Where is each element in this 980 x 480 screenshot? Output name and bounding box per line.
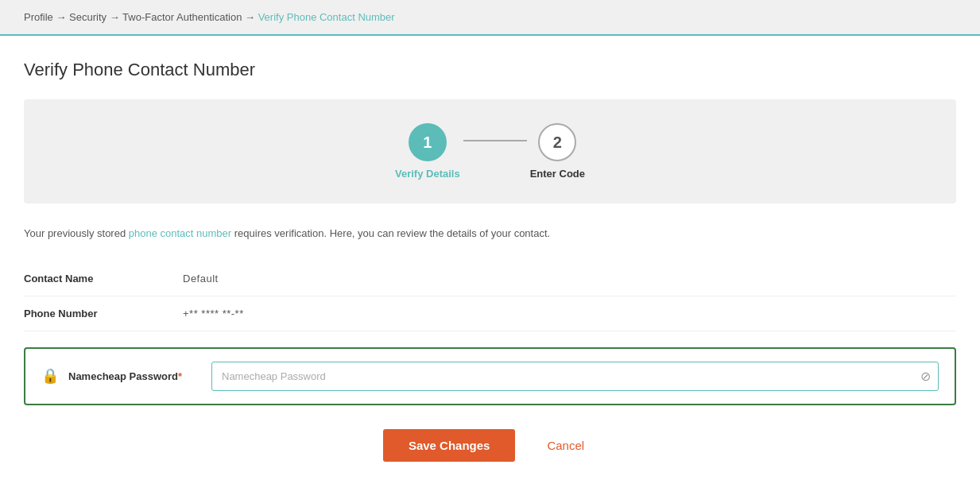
phone-number-row: Phone Number +** **** **-**: [24, 296, 956, 331]
description-link: phone contact number: [129, 227, 231, 239]
description-text: Your previously stored phone contact num…: [24, 226, 956, 242]
breadcrumb-security: Security: [69, 11, 107, 23]
password-input-wrapper: ⊘: [211, 362, 939, 391]
password-label: Namecheap Password*: [68, 370, 211, 382]
contact-name-label: Contact Name: [24, 273, 183, 285]
description-text-2: requires verification. Here, you can rev…: [231, 227, 550, 239]
step-1-label: Verify Details: [395, 168, 460, 180]
breadcrumb-current: Verify Phone Contact Number: [258, 11, 395, 23]
breadcrumb-sep-3: →: [245, 11, 258, 23]
main-content: Verify Phone Contact Number 1 Verify Det…: [0, 36, 980, 480]
phone-number-value: +** **** **-**: [183, 308, 244, 319]
step-1: 1 Verify Details: [395, 123, 460, 180]
button-row: Save Changes Cancel: [24, 429, 956, 462]
lock-icon: 🔒: [41, 367, 59, 385]
step-2: 2 Enter Code: [530, 123, 585, 180]
step-1-circle: 1: [409, 123, 447, 161]
phone-number-label: Phone Number: [24, 308, 183, 319]
step-2-circle: 2: [538, 123, 576, 161]
eye-icon[interactable]: ⊘: [920, 369, 931, 384]
cancel-button[interactable]: Cancel: [534, 429, 597, 462]
contact-name-row: Contact Name Default: [24, 261, 956, 296]
breadcrumb-profile: Profile: [24, 11, 53, 23]
stepper-container: 1 Verify Details 2 Enter Code: [24, 99, 956, 203]
description-text-1: Your previously stored: [24, 227, 129, 239]
contact-name-value: Default: [183, 273, 219, 285]
step-2-label: Enter Code: [530, 168, 585, 180]
breadcrumb: Profile → Security → Two-Factor Authenti…: [0, 0, 980, 36]
breadcrumb-sep-2: →: [110, 11, 122, 23]
page-title: Verify Phone Contact Number: [24, 60, 956, 80]
password-input[interactable]: [211, 362, 939, 391]
stepper: 1 Verify Details 2 Enter Code: [395, 123, 585, 180]
step-line: [463, 140, 527, 141]
breadcrumb-2fa: Two-Factor Authentication: [122, 11, 242, 23]
breadcrumb-sep-1: →: [56, 11, 69, 23]
required-star: *: [178, 370, 182, 382]
save-button[interactable]: Save Changes: [383, 429, 516, 462]
password-section: 🔒 Namecheap Password* ⊘: [24, 347, 956, 405]
